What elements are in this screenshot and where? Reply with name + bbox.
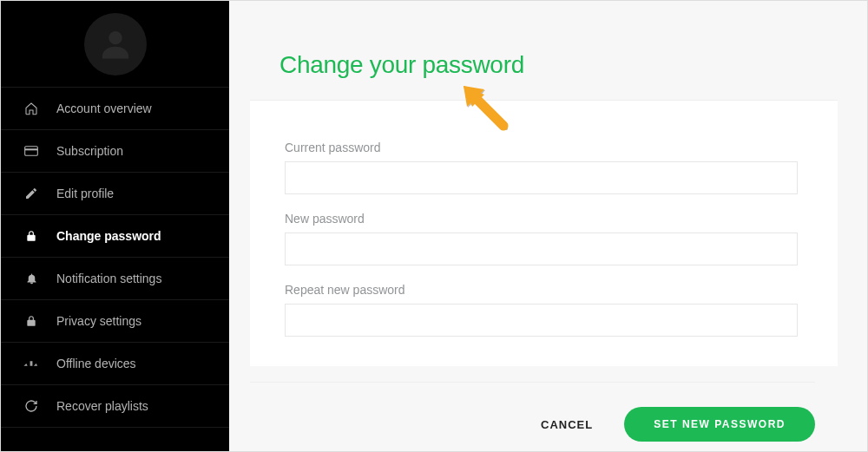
sidebar-item-account-overview[interactable]: Account overview [1, 88, 229, 130]
sidebar-item-subscription[interactable]: Subscription [1, 130, 229, 173]
lock-icon [23, 229, 39, 243]
sidebar: Account overview Subscription Edit profi… [1, 1, 229, 451]
svg-point-0 [108, 30, 122, 43]
bell-icon [23, 272, 39, 285]
sidebar-item-label: Privacy settings [56, 314, 141, 328]
card-icon [23, 146, 39, 156]
set-new-password-button[interactable]: SET NEW PASSWORD [624, 407, 815, 442]
sidebar-nav: Account overview Subscription Edit profi… [1, 88, 229, 428]
home-icon [23, 102, 39, 115]
repeat-password-field-group: Repeat new password [285, 283, 798, 337]
sidebar-item-label: Offline devices [56, 357, 136, 370]
svg-rect-1 [25, 147, 38, 156]
sidebar-item-label: Edit profile [56, 187, 114, 200]
avatar-region [1, 1, 229, 88]
password-form: Current password New password Repeat new… [250, 100, 838, 366]
avatar[interactable] [84, 13, 147, 75]
form-actions: CANCEL SET NEW PASSWORD [250, 383, 815, 442]
sidebar-item-privacy-settings[interactable]: Privacy settings [1, 300, 229, 343]
app-frame: Account overview Subscription Edit profi… [0, 0, 868, 452]
new-password-label: New password [285, 212, 798, 226]
sidebar-item-label: Notification settings [56, 272, 161, 285]
cancel-button[interactable]: CANCEL [541, 418, 593, 431]
sidebar-item-label: Change password [56, 229, 161, 243]
svg-rect-2 [25, 148, 38, 150]
avatar-placeholder-icon [96, 25, 135, 63]
sidebar-item-recover-playlists[interactable]: Recover playlists [1, 385, 229, 428]
repeat-password-label: Repeat new password [285, 283, 798, 297]
current-password-field-group: Current password [285, 141, 798, 194]
refresh-icon [23, 399, 39, 413]
main-content: Change your password Current password Ne… [229, 1, 867, 451]
new-password-input[interactable] [285, 233, 798, 265]
sidebar-item-notification-settings[interactable]: Notification settings [1, 258, 229, 300]
sidebar-item-label: Account overview [56, 102, 152, 115]
repeat-password-input[interactable] [285, 304, 798, 337]
devices-icon [23, 359, 39, 368]
sidebar-item-edit-profile[interactable]: Edit profile [1, 173, 229, 215]
pencil-icon [23, 187, 39, 200]
new-password-field-group: New password [285, 212, 798, 265]
sidebar-item-change-password[interactable]: Change password [1, 215, 229, 258]
sidebar-item-label: Subscription [56, 144, 123, 158]
lock-icon [23, 314, 39, 328]
sidebar-item-offline-devices[interactable]: Offline devices [1, 343, 229, 385]
page-title: Change your password [279, 51, 867, 79]
current-password-input[interactable] [285, 161, 798, 194]
page-header: Change your password [229, 1, 867, 100]
current-password-label: Current password [285, 141, 798, 154]
sidebar-item-label: Recover playlists [56, 399, 148, 413]
